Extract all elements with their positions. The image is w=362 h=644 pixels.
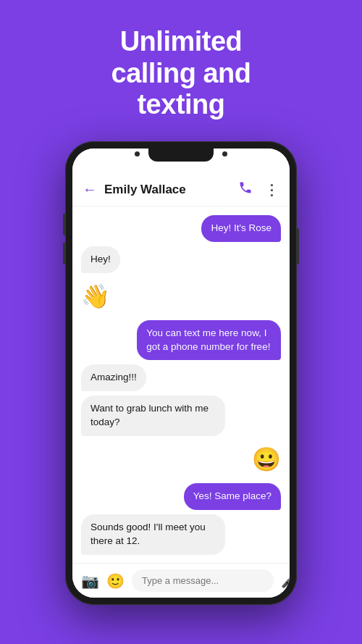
- phone-camera-right: [222, 151, 227, 156]
- camera-icon[interactable]: 📷: [81, 572, 99, 590]
- call-icon[interactable]: [238, 180, 253, 198]
- message-5: Amazing!!!: [81, 364, 146, 391]
- messages-area: Hey! It's Rose Hey! 👋 You can text me he…: [72, 206, 290, 563]
- phone-button-vol2: [63, 243, 65, 264]
- hero-line1: Unlimited: [120, 26, 243, 57]
- phone-wrapper: ← Emily Wallace ⋮ Hey! It's Rose Hey!: [65, 141, 297, 605]
- phone-button-vol1: [63, 214, 65, 235]
- message-2: Hey!: [81, 246, 120, 273]
- message-4: You can text me here now, I got a phone …: [137, 320, 281, 361]
- message-1: Hey! It's Rose: [201, 215, 281, 242]
- message-7: 😀: [252, 440, 281, 479]
- back-button[interactable]: ←: [83, 181, 97, 198]
- hero-line2: calling and: [111, 58, 251, 88]
- phone-button-power: [297, 228, 299, 264]
- header-icons: ⋮: [238, 180, 279, 198]
- message-9: Sounds good! I'll meet you there at 12.: [81, 514, 225, 555]
- mic-icon[interactable]: 🎤: [281, 573, 290, 589]
- message-input[interactable]: [132, 569, 274, 592]
- more-icon[interactable]: ⋮: [264, 181, 279, 198]
- phone-outer: ← Emily Wallace ⋮ Hey! It's Rose Hey!: [65, 141, 297, 605]
- phone-notch: [148, 149, 214, 162]
- emoji-icon[interactable]: 🙂: [106, 572, 125, 590]
- message-6: Want to grab lunch with me today?: [81, 396, 225, 436]
- chat-input-area: 📷 🙂 🎤: [72, 563, 290, 598]
- hero-section: Unlimited calling and texting: [83, 0, 280, 135]
- message-3: 👋: [81, 277, 110, 316]
- hero-line3: texting: [137, 89, 224, 120]
- message-8: Yes! Same place?: [184, 483, 281, 510]
- contact-name: Emily Wallace: [104, 183, 238, 197]
- phone-camera-left: [135, 151, 140, 156]
- phone-screen: ← Emily Wallace ⋮ Hey! It's Rose Hey!: [72, 149, 290, 598]
